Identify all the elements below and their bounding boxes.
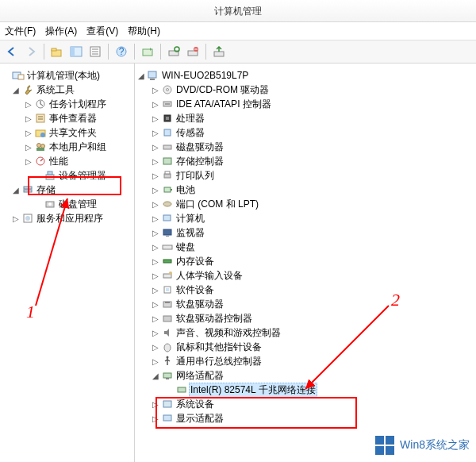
expand-icon[interactable]: ▷ [151, 314, 160, 323]
expand-icon[interactable]: ▷ [11, 214, 21, 223]
expand-icon[interactable]: ◢ [11, 186, 21, 194]
expand-icon[interactable]: ◢ [151, 372, 160, 380]
expand-icon[interactable]: ▷ [151, 171, 160, 180]
svg-rect-29 [46, 175, 54, 179]
expand-icon[interactable]: ◢ [136, 71, 146, 80]
uninstall-button[interactable] [184, 43, 202, 60]
nic-intel[interactable]: Intel(R) 82574L 千兆网络连接 [189, 383, 317, 398]
computers[interactable]: 计算机 [175, 212, 206, 225]
left-tree[interactable]: 计算机管理(本地) ◢系统工具 ▷任务计划程序 ▷事件查看器 ▷共享文件夹 ▷本… [0, 64, 135, 462]
event-viewer[interactable]: 事件查看器 [48, 112, 98, 125]
expand-icon[interactable]: ▷ [24, 114, 33, 123]
right-tree[interactable]: ◢WIN-EUO2B519L7P ▷DVD/CD-ROM 驱动器 ▷IDE AT… [135, 64, 476, 462]
task-scheduler[interactable]: 任务计划程序 [48, 98, 108, 111]
ports[interactable]: 端口 (COM 和 LPT) [175, 198, 260, 211]
menu-help[interactable]: 帮助(H) [128, 25, 160, 38]
sound-controllers[interactable]: 声音、视频和游戏控制器 [175, 326, 282, 340]
storage-icon [21, 184, 35, 195]
expand-icon[interactable]: ▷ [151, 357, 160, 366]
services-apps[interactable]: 服务和应用程序 [35, 212, 105, 225]
display-adapters[interactable]: 显示适配器 [175, 412, 225, 425]
expand-icon[interactable]: ▷ [151, 400, 160, 409]
svg-rect-31 [24, 187, 32, 189]
expand-icon[interactable]: ▷ [24, 129, 33, 137]
batteries[interactable]: 电池 [175, 183, 197, 197]
expand-icon[interactable]: ▷ [151, 300, 160, 309]
usb-controllers[interactable]: 通用串行总线控制器 [175, 355, 263, 368]
tree-root[interactable]: 计算机管理(本地) [25, 69, 102, 83]
sensors[interactable]: 传感器 [175, 126, 206, 140]
ide-controllers[interactable]: IDE ATA/ATAPI 控制器 [175, 98, 273, 111]
menu-file[interactable]: 文件(F) [5, 25, 36, 38]
show-hide-tree-button[interactable] [67, 43, 85, 60]
expand-icon[interactable]: ▷ [151, 86, 160, 94]
expand-icon[interactable]: ▷ [151, 143, 160, 152]
floppy-drives[interactable]: 软盘驱动器 [175, 298, 225, 311]
expand-icon[interactable]: ▷ [151, 414, 160, 423]
dvd-drives[interactable]: DVD/CD-ROM 驱动器 [175, 83, 271, 97]
mouse-devices[interactable]: 鼠标和其他指针设备 [175, 341, 263, 354]
monitors[interactable]: 监视器 [175, 226, 206, 240]
expand-icon[interactable]: ◢ [11, 86, 21, 94]
system-tools[interactable]: 系统工具 [35, 83, 76, 97]
expand-icon[interactable]: ▷ [151, 186, 160, 194]
processors[interactable]: 处理器 [175, 112, 206, 125]
menu-action[interactable]: 操作(A) [45, 25, 77, 38]
expand-icon[interactable]: ▷ [151, 257, 160, 266]
expand-icon[interactable]: ▷ [151, 157, 160, 166]
expand-icon[interactable]: ▷ [151, 343, 160, 352]
monitor-icon [160, 227, 175, 238]
expand-icon[interactable]: ▷ [151, 243, 160, 252]
expand-icon[interactable]: ▷ [151, 129, 160, 137]
expand-icon[interactable]: ▷ [151, 286, 160, 295]
network-adapters[interactable]: 网络适配器 [175, 369, 225, 383]
expand-icon[interactable]: ▷ [151, 200, 160, 209]
print-queues[interactable]: 打印队列 [175, 169, 216, 183]
system-devices[interactable]: 系统设备 [175, 398, 216, 411]
expand-icon[interactable]: ▷ [151, 114, 160, 123]
hid-devices[interactable]: 人体学输入设备 [175, 269, 244, 283]
svg-rect-10 [143, 49, 152, 56]
expand-icon[interactable]: ▷ [151, 329, 160, 337]
expand-icon[interactable]: ▷ [151, 271, 160, 280]
computer-node-icon [160, 213, 175, 224]
memory-devices[interactable]: 内存设备 [175, 255, 216, 268]
computer-mgmt-icon [11, 70, 25, 81]
svg-point-40 [167, 89, 169, 91]
disk-drives[interactable]: 磁盘驱动器 [175, 141, 225, 154]
host-name[interactable]: WIN-EUO2B519L7P [160, 70, 250, 81]
back-button[interactable] [3, 43, 21, 60]
disk-management[interactable]: 磁盘管理 [57, 198, 98, 211]
expand-icon[interactable]: ▷ [151, 214, 160, 223]
performance[interactable]: 性能 [48, 155, 70, 168]
storage-ctrl-icon [160, 156, 175, 167]
expand-icon[interactable]: ▷ [151, 229, 160, 237]
scan-hw-button[interactable] [165, 43, 182, 60]
properties-button[interactable] [86, 43, 104, 60]
up-button[interactable] [48, 43, 66, 60]
storage-controllers[interactable]: 存储控制器 [175, 155, 225, 168]
expand-icon[interactable]: ▷ [151, 100, 160, 109]
local-users[interactable]: 本地用户和组 [48, 141, 108, 154]
ide-icon [160, 98, 175, 110]
device-manager[interactable]: 设备管理器 [57, 169, 108, 183]
keyboards[interactable]: 键盘 [175, 241, 197, 254]
floppy-controllers[interactable]: 软盘驱动器控制器 [175, 312, 254, 325]
shared-folders[interactable]: 共享文件夹 [48, 126, 98, 140]
cpu-icon [160, 113, 175, 124]
expand-icon[interactable]: ▷ [24, 143, 33, 152]
dvd-icon [160, 84, 175, 95]
expand-icon[interactable]: ▷ [24, 100, 33, 109]
svg-rect-27 [36, 148, 44, 151]
help-button[interactable]: ? [113, 43, 130, 60]
expand-icon[interactable]: ▷ [24, 157, 33, 166]
svg-rect-48 [164, 174, 171, 178]
refresh-button[interactable] [139, 43, 156, 60]
forward-button[interactable] [22, 43, 40, 60]
software-devices[interactable]: 软件设备 [175, 283, 216, 297]
sensor-icon [160, 127, 175, 138]
svg-point-24 [40, 133, 45, 137]
update-driver-button[interactable] [210, 43, 228, 60]
storage[interactable]: 存储 [35, 183, 57, 197]
menu-view[interactable]: 查看(V) [86, 25, 118, 38]
